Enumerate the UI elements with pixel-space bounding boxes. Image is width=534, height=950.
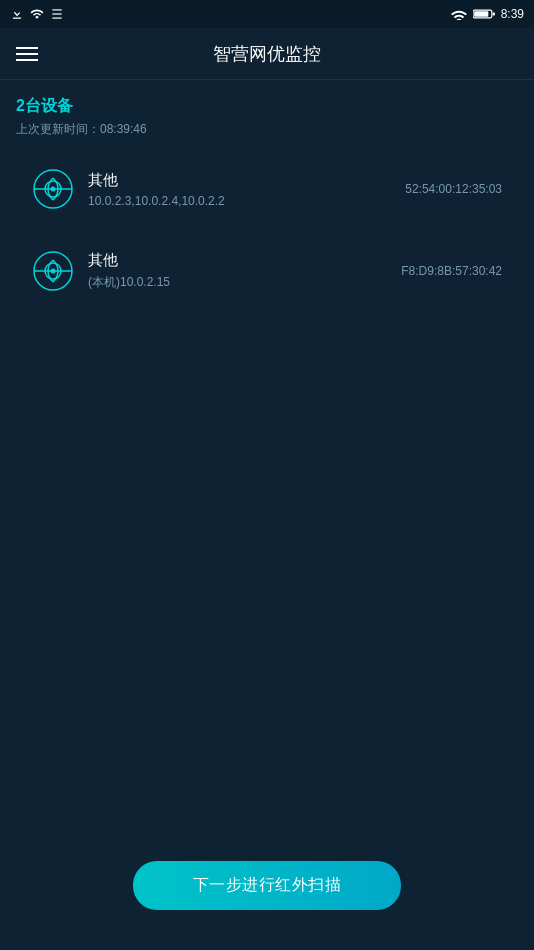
last-update: 上次更新时间：08:39:46	[16, 121, 518, 138]
svg-rect-1	[52, 13, 61, 14]
device-icon-1	[32, 168, 74, 210]
device-card-2[interactable]: 其他 (本机)10.0.2.15 F8:D9:8B:57:30:42	[16, 236, 518, 306]
device-mac-1: 52:54:00:12:35:03	[405, 182, 502, 196]
device-ips-1: 10.0.2.3,10.0.2.4,10.0.2.2	[88, 194, 391, 208]
nav-bar: 智营网优监控	[0, 28, 534, 80]
device-info-1: 其他 10.0.2.3,10.0.2.4,10.0.2.2	[88, 171, 391, 208]
menu-button[interactable]	[16, 47, 38, 61]
device-card-1[interactable]: 其他 10.0.2.3,10.0.2.4,10.0.2.2 52:54:00:1…	[16, 154, 518, 224]
scan-button[interactable]: 下一步进行红外扫描	[133, 861, 402, 910]
status-bar: 8:39	[0, 0, 534, 28]
nav-title: 智营网优监控	[213, 42, 321, 66]
svg-rect-0	[52, 9, 61, 10]
wifi-icon	[451, 8, 467, 20]
bottom-bar: 下一步进行红外扫描	[0, 861, 534, 910]
device-count: 2台设备	[16, 96, 518, 117]
device-info-2: 其他 (本机)10.0.2.15	[88, 251, 387, 291]
battery-icon	[473, 8, 495, 20]
device-ips-2: (本机)10.0.2.15	[88, 274, 387, 291]
main-content: 2台设备 上次更新时间：08:39:46 其他 10.0.2.3,10.0.2.…	[0, 80, 534, 334]
svg-rect-4	[474, 11, 488, 17]
settings-icon	[50, 7, 64, 21]
svg-rect-5	[492, 12, 494, 15]
download-icon	[10, 7, 24, 21]
svg-rect-2	[52, 18, 61, 19]
device-name-2: 其他	[88, 251, 387, 270]
status-bar-left	[10, 7, 64, 21]
device-name-1: 其他	[88, 171, 391, 190]
svg-point-13	[51, 269, 56, 274]
status-bar-right: 8:39	[451, 7, 524, 21]
device-mac-2: F8:D9:8B:57:30:42	[401, 264, 502, 278]
signal-icon	[30, 7, 44, 21]
device-icon-2	[32, 250, 74, 292]
section-header: 2台设备 上次更新时间：08:39:46	[16, 96, 518, 138]
time-display: 8:39	[501, 7, 524, 21]
svg-point-9	[51, 187, 56, 192]
